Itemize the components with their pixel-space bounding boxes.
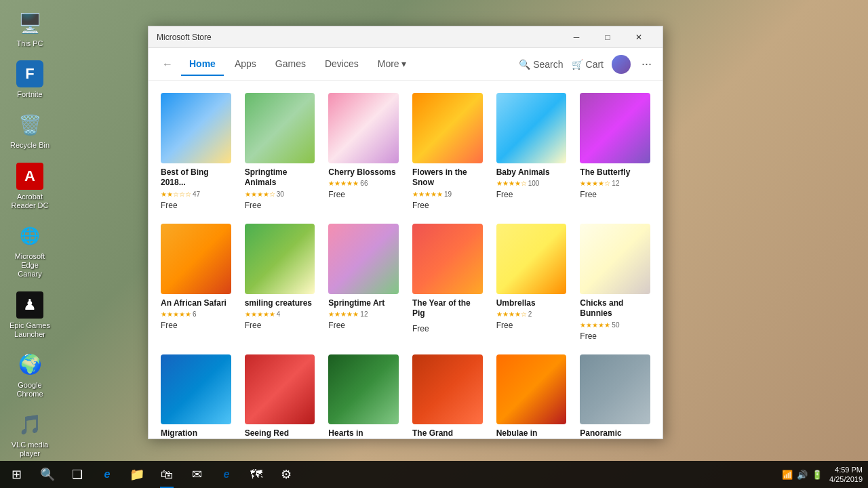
search-label: Search: [533, 59, 563, 70]
maximize-button[interactable]: □: [592, 26, 623, 48]
clock-date: 4/25/2019: [829, 474, 863, 484]
store-item-hearts-in[interactable]: Hearts inFree: [324, 350, 403, 439]
item-thumb-chicks-bunnies: [580, 224, 650, 294]
store-item-flowers-snow[interactable]: Flowers in the Snow★★★★★19Free: [408, 89, 487, 214]
taskbar-ie[interactable]: e: [212, 461, 241, 488]
item-stars-row-butterfly: ★★★★☆12: [580, 180, 650, 187]
taskbar-maps[interactable]: 🗺: [241, 461, 271, 488]
star-rating-springtime-animals: ★★★★☆: [245, 190, 275, 198]
store-item-springtime-animals[interactable]: Springtime Animals★★★★☆30Free: [241, 89, 319, 214]
item-title-baby-animals: Baby Animals: [496, 167, 567, 178]
store-item-umbrellas[interactable]: Umbrellas★★★★☆2Free: [492, 220, 571, 345]
item-stars-row-springtime-art: ★★★★★12: [328, 310, 399, 318]
item-title-panoramic: Panoramic: [580, 428, 650, 439]
item-title-african-safari: An African Safari: [161, 298, 231, 309]
desktop-icon-edge-canary[interactable]: 🌐 Microsoft Edge Canary: [5, 220, 54, 282]
taskbar-clock: 4:59 PM 4/25/2019: [829, 465, 863, 485]
item-title-umbrellas: Umbrellas: [496, 298, 567, 309]
item-price-cherry-blossoms: Free: [328, 190, 399, 199]
nav-more[interactable]: More ▾: [370, 53, 414, 76]
cart-button[interactable]: 🛒 Cart: [572, 59, 604, 70]
item-title-migration: Migration: [161, 428, 231, 439]
title-bar: Microsoft Store ─ □ ✕: [149, 26, 663, 48]
item-stars-row-flowers-snow: ★★★★★19: [412, 190, 483, 198]
store-item-springtime-art[interactable]: Springtime Art★★★★★12Free: [324, 220, 403, 345]
item-title-chicks-bunnies: Chicks and Bunnies: [580, 298, 650, 319]
star-count-butterfly: 12: [612, 180, 619, 187]
store-item-chicks-bunnies[interactable]: Chicks and Bunnies★★★★★50Free: [576, 220, 654, 345]
desktop-icon-recycle-bin[interactable]: 🗑️ Recycle Bin: [5, 108, 54, 152]
taskbar-store[interactable]: 🛍: [152, 461, 182, 488]
item-thumb-migration: [161, 354, 231, 425]
search-button[interactable]: 🔍 Search: [519, 59, 563, 70]
fortnite-icon: F: [16, 60, 43, 87]
item-thumb-bing-2018: [161, 93, 231, 163]
store-item-panoramic[interactable]: PanoramicFree: [576, 350, 654, 439]
item-title-smiling-creatures: smiling creatures: [245, 298, 315, 309]
item-price-chicks-bunnies: Free: [580, 331, 650, 341]
store-item-year-pig[interactable]: The Year of the PigFree: [408, 220, 487, 345]
star-count-chicks-bunnies: 50: [612, 321, 619, 329]
acrobat-icon: A: [16, 163, 43, 190]
item-title-seeing-red: Seeing Red: [245, 428, 315, 439]
desktop-icon-chrome[interactable]: 🌍 Google Chrome: [5, 348, 54, 401]
taskbar-mail[interactable]: ✉: [182, 461, 212, 488]
store-item-migration[interactable]: MigrationFree: [157, 350, 235, 439]
star-count-african-safari: 6: [193, 310, 197, 318]
item-title-year-pig: The Year of the Pig: [412, 298, 483, 319]
systray: 📶 🔊 🔋: [782, 470, 823, 480]
recycle-bin-icon: 🗑️: [16, 111, 43, 138]
taskbar-file-explorer[interactable]: 📁: [122, 461, 152, 488]
item-thumb-butterfly: [580, 93, 650, 163]
chrome-icon: 🌍: [16, 351, 43, 378]
nav-apps[interactable]: Apps: [226, 53, 264, 76]
store-item-bing-2018[interactable]: Best of Bing 2018...★★☆☆☆47Free: [157, 89, 235, 214]
nav-games[interactable]: Games: [267, 53, 314, 76]
store-item-nebulae[interactable]: Nebulae inFree: [492, 350, 571, 439]
star-count-flowers-snow: 19: [444, 190, 452, 198]
nav-links: Home Apps Games Devices More ▾: [181, 53, 516, 76]
start-button[interactable]: ⊞: [0, 461, 33, 488]
store-item-african-safari[interactable]: An African Safari★★★★★6Free: [157, 220, 235, 345]
back-button[interactable]: ←: [157, 54, 178, 75]
close-button[interactable]: ✕: [623, 26, 654, 48]
user-avatar[interactable]: [612, 55, 631, 74]
taskbar-task-view[interactable]: ❑: [62, 461, 92, 488]
nav-devices[interactable]: Devices: [317, 53, 367, 76]
store-item-cherry-blossoms[interactable]: Cherry Blossoms★★★★★66Free: [324, 89, 403, 214]
taskbar-settings[interactable]: ⚙: [271, 461, 301, 488]
content-area[interactable]: Best of Bing 2018...★★☆☆☆47FreeSpringtim…: [149, 81, 663, 439]
desktop-icon-acrobat[interactable]: A Acrobat Reader DC: [5, 160, 54, 213]
desktop-icon-epic-games[interactable]: ♟ Epic Games Launcher: [5, 289, 54, 342]
item-thumb-hearts-in: [328, 354, 399, 425]
item-stars-row-cherry-blossoms: ★★★★★66: [328, 180, 399, 187]
item-title-grand: The Grand: [412, 428, 483, 439]
star-rating-bing-2018: ★★☆☆☆: [161, 190, 191, 198]
chevron-down-icon: ▾: [401, 58, 406, 69]
item-thumb-springtime-art: [328, 224, 399, 294]
taskbar-search[interactable]: 🔍: [33, 461, 62, 488]
store-item-smiling-creatures[interactable]: smiling creatures★★★★★4Free: [241, 220, 319, 345]
desktop-icon-fortnite[interactable]: F Fortnite: [5, 58, 54, 102]
more-options-button[interactable]: ···: [639, 57, 654, 71]
minimize-button[interactable]: ─: [561, 26, 592, 48]
item-thumb-flowers-snow: [412, 93, 483, 163]
item-thumb-nebulae: [496, 354, 567, 425]
store-item-grand[interactable]: The GrandFree: [408, 350, 487, 439]
store-item-baby-animals[interactable]: Baby Animals★★★★☆100Free: [492, 89, 571, 214]
nav-home[interactable]: Home: [181, 53, 224, 76]
desktop-icon-this-pc[interactable]: 🖥️ This PC: [5, 7, 54, 51]
star-rating-chicks-bunnies: ★★★★★: [580, 321, 610, 329]
item-price-baby-animals: Free: [496, 190, 567, 199]
desktop: 🖥️ This PC F Fortnite 🗑️ Recycle Bin A A…: [0, 0, 868, 488]
item-thumb-baby-animals: [496, 93, 567, 163]
taskbar-right: 📶 🔊 🔋 4:59 PM 4/25/2019: [782, 465, 868, 485]
item-thumb-year-pig: [412, 224, 483, 294]
store-window: Microsoft Store ─ □ ✕ ← Home Apps Games …: [148, 26, 663, 439]
store-item-seeing-red[interactable]: Seeing RedFree: [241, 350, 319, 439]
edge-canary-label: Microsoft Edge Canary: [8, 252, 52, 279]
store-item-butterfly[interactable]: The Butterfly★★★★☆12Free: [576, 89, 654, 214]
item-stars-row-bing-2018: ★★☆☆☆47: [161, 190, 231, 198]
taskbar-edge[interactable]: e: [92, 461, 122, 488]
desktop-icon-vlc[interactable]: 🎵 VLC media player: [5, 408, 54, 461]
